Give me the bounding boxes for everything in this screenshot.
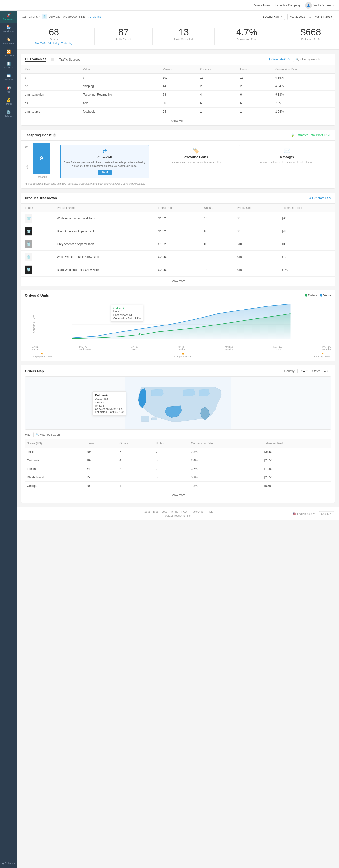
legend-views[interactable]: Views	[320, 294, 331, 297]
sidebar-collapse-button[interactable]: ◀ Collapse	[0, 859, 17, 868]
product-breakdown-header: Product Breakdown ⬇ Generate CSV	[21, 193, 335, 204]
stat-date-range-link[interactable]: Mar 2-Mar 14	[35, 42, 51, 44]
cross-sell-start-button[interactable]: Start!	[98, 170, 112, 175]
table-row: cs zero 80 6 6 7.5%	[21, 99, 335, 107]
state-col-views: Views	[85, 439, 118, 448]
sidebar-item-campaigns[interactable]: 🚀 Campaigns	[0, 11, 17, 23]
avatar: 👤	[305, 2, 312, 9]
lang-chevron-icon: ▼	[313, 513, 315, 515]
product-breakdown-csv[interactable]: ⬇ Generate CSV	[309, 196, 331, 200]
get-variables-header: GET Variables ? Traffic Sources ⬇ Genera…	[21, 54, 335, 65]
prod-est-profit: $48	[278, 225, 335, 238]
footer-link[interactable]: FAQ	[182, 510, 187, 513]
sidebar-item-promotions[interactable]: 🏷️ Promotions	[0, 35, 17, 47]
breadcrumb: Campaigns › 👕 USA Olympic Soccer TEE › A…	[22, 14, 101, 20]
filter-search-input[interactable]	[300, 58, 329, 61]
tab-traffic-sources[interactable]: Traffic Sources	[59, 58, 80, 61]
state-col-units[interactable]: Units ↕	[154, 439, 189, 448]
sidebar-item-up-sells[interactable]: ⬆️ Up-Sells	[0, 59, 17, 71]
stat-yesterday-link[interactable]: Yesterday	[61, 42, 73, 44]
tooltip-page-views: Page Views: 13	[114, 313, 141, 316]
user-menu[interactable]: 👤 Walker's Tees ▼	[305, 2, 335, 9]
boost-bar: 9	[33, 143, 50, 174]
col-views[interactable]: Views ↕	[159, 65, 196, 73]
date-to-value: Mar 14, 2015	[315, 15, 332, 19]
prod-price: $16.25	[155, 225, 200, 238]
prod-est-profit: $10	[278, 251, 335, 264]
map-tooltip-orders: Orders: 4	[95, 401, 123, 404]
state-select[interactable]: -- ▼	[322, 369, 331, 373]
states-show-more[interactable]: Show More	[25, 490, 331, 500]
prod-est-profit: $60	[278, 212, 335, 225]
search-icon: 🔍	[296, 58, 299, 61]
filter-label: Filter	[25, 433, 31, 436]
date-from-picker[interactable]: Mar 2, 2015	[287, 13, 307, 20]
footer-link[interactable]: Terms	[171, 510, 178, 513]
x-label-5: MAR 12,Thursday	[273, 346, 282, 350]
get-variables-show-more[interactable]: Show More	[21, 116, 335, 125]
orders-units-title: Orders & Units	[25, 293, 49, 298]
sidebar-item-settings[interactable]: ⚙️ Settings	[0, 107, 17, 120]
boost-cards: ⇄ Cross-Sell Cross-Sells are products ad…	[60, 145, 331, 179]
footer-link[interactable]: About	[143, 510, 150, 513]
country-select[interactable]: USA ▼	[297, 369, 310, 373]
footer-link[interactable]: Blog	[153, 510, 158, 513]
run-select[interactable]: Second Run ▼	[260, 13, 285, 20]
gv-orders: 1	[196, 107, 236, 116]
tab-get-variables[interactable]: GET Variables	[25, 57, 46, 62]
gv-units: 11	[236, 73, 271, 82]
svg-point-5	[139, 333, 141, 335]
gv-key: pr	[21, 82, 79, 91]
sidebar-item-ads[interactable]: 📢 Ads	[0, 83, 17, 95]
page-footer: AboutBlogJobsTermsFAQTrack OrderHelp © 2…	[17, 507, 339, 521]
get-variables-actions: ⬇ Generate CSV 🔍	[268, 57, 331, 62]
breadcrumb-campaign-name[interactable]: USA Olympic Soccer TEE	[49, 15, 85, 19]
prod-profit-unit: $10	[233, 238, 278, 251]
footer-link[interactable]: Track Order	[190, 510, 204, 513]
product-breakdown-table: Image Product Name Retail Price Units ↕ …	[21, 204, 335, 276]
product-thumbnail: 👕	[25, 240, 32, 248]
stat-today-link[interactable]: Today	[52, 42, 59, 44]
sidebar-item-payouts[interactable]: 💰 Payouts	[0, 95, 17, 107]
table-row: Rhode Island 85 5 5 5.9% $27.50	[25, 473, 331, 482]
gv-key: utm_campaign	[21, 91, 79, 99]
gv-orders: 6	[196, 99, 236, 107]
date-to-picker[interactable]: Mar 14, 2015	[313, 13, 334, 20]
sidebar-item-storefronts[interactable]: 🏪 Storefronts	[0, 23, 17, 35]
legend-orders[interactable]: Orders	[305, 294, 317, 297]
stat-profit-label: Estimated Profit	[301, 38, 321, 41]
boost-profit-label: Estimated Total Profit: $120	[296, 133, 331, 137]
currency-select[interactable]: $ USD ▼	[319, 511, 334, 516]
prod-col-units[interactable]: Units ↕	[200, 204, 233, 212]
col-units[interactable]: Units ↕	[236, 65, 271, 73]
legend-orders-label: Orders	[308, 294, 317, 297]
sidebar-item-cross-sells[interactable]: 🔀 Cross-Sells	[0, 47, 17, 59]
breadcrumb-sep-1: ›	[39, 15, 40, 19]
refer-friend-link[interactable]: Refer a Friend	[253, 4, 271, 7]
lang-select[interactable]: 🇺🇸 English (US) ▼	[291, 511, 317, 516]
tooltip-orders: Orders: 2	[114, 307, 141, 310]
ads-icon: 📢	[6, 86, 11, 90]
svg-rect-8	[152, 417, 157, 420]
map-filter-input[interactable]	[40, 433, 69, 436]
product-show-more[interactable]: Show More	[21, 276, 335, 286]
prod-est-profit: $140	[278, 264, 335, 276]
footer-link[interactable]: Help	[208, 510, 213, 513]
breadcrumb-campaigns[interactable]: Campaigns	[22, 15, 38, 19]
state-value: --	[324, 370, 326, 372]
event-star-2: ★	[182, 352, 184, 355]
map-container: California Views: 167 Orders: 4 Units: 5…	[21, 373, 335, 502]
orders-chart-wrap: ORDERS + UNITS	[25, 300, 331, 345]
prod-price: $16.25	[155, 212, 200, 225]
prod-img: 👕	[21, 238, 53, 251]
boost-body: 10 5 0 Units 9 Teebonus	[21, 141, 335, 182]
map-area[interactable]: California Views: 167 Orders: 4 Units: 5…	[25, 376, 331, 430]
gv-value: Teespring_Retargeting	[79, 91, 159, 99]
event-tipped: ★ Campaign Tipped	[175, 352, 192, 358]
gv-conversion: 5.13%	[271, 91, 335, 99]
footer-link[interactable]: Jobs	[162, 510, 167, 513]
launch-campaign-link[interactable]: Launch a Campaign	[275, 4, 301, 7]
col-orders[interactable]: Orders ↕	[196, 65, 236, 73]
sidebar-item-messages[interactable]: ✉️ Messages	[0, 71, 17, 83]
generate-csv-link[interactable]: ⬇ Generate CSV	[268, 58, 290, 61]
